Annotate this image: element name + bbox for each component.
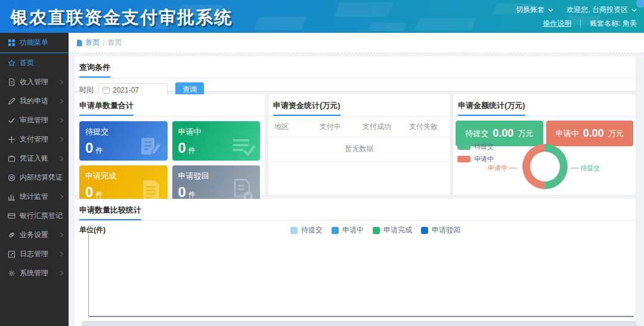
legend-item[interactable]: 申请完成 — [373, 225, 412, 235]
legend-swatch-green — [457, 143, 470, 150]
donut-chart — [522, 144, 568, 189]
fund-col-paying: 支付中 — [307, 122, 354, 132]
bar-chart-plot-area — [88, 235, 634, 317]
header-decoration — [334, 2, 394, 17]
donut-label-left: 申请中 — [488, 164, 517, 173]
sidebar-item-label: 银行汇票登记 — [20, 211, 64, 221]
manual-link[interactable]: 操作说明 — [543, 19, 571, 29]
stat-card-in-progress[interactable]: 申请中 0 件 — [172, 121, 261, 161]
sidebar-item-home[interactable]: 首页 — [0, 53, 69, 72]
legend-item[interactable]: 申请中 — [457, 155, 494, 164]
header-decoration — [415, 18, 476, 30]
doc-edit-icon — [139, 134, 163, 158]
app-title: 银农直联资金支付审批系统 — [11, 6, 233, 30]
count-panel-title: 申请单数量合计 — [79, 100, 134, 116]
time-input[interactable] — [113, 86, 160, 94]
chevron-right-icon — [60, 118, 64, 123]
sidebar-item-system[interactable]: 系统管理 — [0, 263, 69, 282]
sidebar-item-internal-settlement[interactable]: 内部结算凭证 — [0, 168, 69, 187]
chevron-down-icon — [548, 8, 553, 12]
amount-chip-in-progress: 申请中 0.00 万元 — [546, 121, 634, 146]
chevron-right-icon — [60, 270, 64, 276]
sidebar-item-statistics[interactable]: 统计监管 — [0, 187, 69, 206]
amount-chip-value: 0.00 — [493, 127, 513, 140]
sidebar-item-payment[interactable]: 支付管理 — [0, 130, 69, 149]
fund-statistics-panel: 申请资金统计(万元) 地区 支付中 支付成功 支付失败 暂无数据 — [268, 94, 450, 195]
sidebar-menu-header: 功能菜单 — [0, 33, 69, 53]
sidebar-item-label: 统计监管 — [20, 192, 55, 202]
sidebar-item-label: 首页 — [20, 58, 64, 68]
legend-item[interactable]: 待提交 — [290, 225, 323, 235]
sidebar-item-label: 我的申请 — [20, 96, 55, 106]
sidebar-item-label: 业务设置 — [20, 230, 55, 240]
sidebar-item-business-settings[interactable]: 业务设置 — [0, 225, 69, 244]
header-decoration — [368, 23, 407, 31]
legend-swatch — [421, 227, 428, 234]
amount-panel-title: 申请金额统计(万元) — [458, 100, 525, 116]
stat-card-pending-submit[interactable]: 待提交 0 件 — [79, 121, 168, 161]
chart-unit-label: 单位(件) — [79, 225, 106, 235]
legend-swatch — [332, 227, 339, 234]
sidebar-item-voucher-entry[interactable]: 凭证入账 — [0, 149, 69, 168]
bar-chart-legend: 待提交 申请中 申请完成 申请驳回 — [290, 225, 460, 235]
divider — [580, 20, 581, 27]
donut-label-right: 待提交 — [571, 164, 600, 173]
amount-chip-unit: 万元 — [518, 128, 533, 139]
account-name-label: 账套名称: 角美 — [590, 19, 637, 29]
amount-chip-unit: 万元 — [608, 128, 624, 139]
stat-card-value: 0 — [178, 141, 186, 155]
sidebar-item-approval[interactable]: 审批管理 — [0, 110, 69, 130]
amount-chip-value: 0.00 — [583, 127, 604, 140]
switch-account-dropdown[interactable]: 切换账套 — [516, 5, 544, 15]
legend-swatch — [373, 227, 380, 234]
chevron-right-icon — [60, 99, 64, 104]
document-icon — [8, 78, 16, 86]
legend-item[interactable]: 申请驳回 — [421, 225, 460, 235]
menu-header-label: 功能菜单 — [20, 38, 48, 48]
sidebar-item-bank-draft[interactable]: 银行汇票登记 — [0, 206, 69, 225]
comparison-chart-panel: 申请数量比较统计 单位(件) 待提交 申请中 申请完成 申请驳回 — [75, 199, 636, 326]
stat-card-value: 0 — [85, 185, 93, 199]
briefcase-icon — [8, 155, 16, 162]
main-content: 首页 / 首页 查询条件 时间 查询 申请单数量合计 待提交 0 件 — [69, 33, 644, 326]
sidebar-item-income[interactable]: 收入管理 — [0, 72, 69, 91]
time-label: 时间 — [79, 85, 94, 95]
plus-icon — [8, 136, 16, 143]
fund-col-failed: 支付失败 — [400, 122, 447, 132]
welcome-user-dropdown[interactable]: 欢迎您, 台商投资区 — [566, 5, 628, 15]
sidebar-item-label: 收入管理 — [20, 77, 55, 87]
pencil-icon — [8, 97, 16, 105]
breadcrumb-home-link[interactable]: 首页 — [76, 38, 100, 48]
legend-swatch — [290, 227, 298, 234]
chevron-right-icon — [60, 194, 64, 199]
notification-dot — [637, 0, 644, 7]
app-header: 银农直联资金支付审批系统 切换账套 欢迎您, 台商投资区 操作说明 账套名称: … — [0, 0, 644, 33]
grid-icon — [8, 39, 16, 47]
chart-datazoom-slider[interactable] — [82, 321, 636, 326]
compare-panel-title: 申请数量比较统计 — [79, 205, 141, 220]
legend-item[interactable]: 待提交 — [457, 142, 494, 151]
breadcrumb-current: 首页 — [107, 38, 122, 48]
fund-col-success: 支付成功 — [354, 122, 400, 132]
sidebar-item-label: 审批管理 — [20, 115, 55, 125]
sidebar-item-label: 日志管理 — [20, 249, 55, 259]
log-icon — [8, 250, 16, 258]
amount-statistics-panel: 申请金额统计(万元) 待提交 0.00 万元 申请中 0.00 万元 待提交 申… — [453, 94, 636, 195]
gear-icon — [8, 269, 16, 277]
donut-legend: 待提交 申请中 — [457, 142, 494, 164]
chevron-right-icon — [60, 156, 64, 161]
sidebar-item-label: 内部结算凭证 — [20, 173, 63, 183]
sidebar-item-log[interactable]: 日志管理 — [0, 244, 69, 263]
fund-panel-title: 申请资金统计(万元) — [273, 100, 340, 116]
leader-line — [571, 168, 578, 168]
chevron-right-icon — [60, 232, 64, 238]
document-icon — [76, 39, 83, 47]
empty-state-text: 暂无数据 — [268, 137, 450, 162]
sidebar-item-my-applications[interactable]: 我的申请 — [0, 91, 69, 110]
query-panel-title: 查询条件 — [79, 62, 110, 78]
card-icon — [8, 212, 16, 220]
legend-item[interactable]: 申请中 — [332, 225, 364, 235]
fund-table-header: 地区 支付中 支付成功 支付失败 — [268, 116, 450, 137]
sidebar-item-label: 凭证入账 — [20, 153, 55, 164]
sidebar-item-label: 支付管理 — [20, 134, 55, 144]
